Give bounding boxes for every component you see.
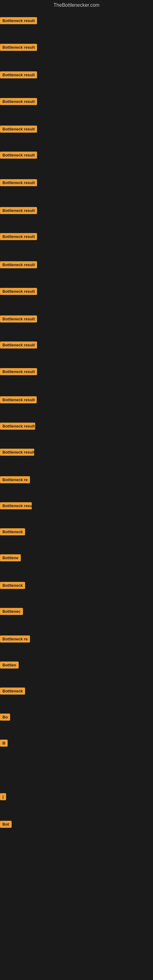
bottleneck-badge[interactable]: Bottleneck result [0, 72, 37, 78]
bottleneck-item: Bottleneck result [0, 126, 37, 134]
bottleneck-badge[interactable]: Bottleneck result [0, 368, 37, 375]
bottleneck-badge[interactable]: Bottleneck result [0, 179, 37, 186]
bottleneck-item: Bottlenec [0, 608, 23, 616]
bottleneck-item: Bottleneck [0, 582, 25, 590]
bottleneck-badge[interactable]: Bottleneck result [0, 342, 37, 348]
bottleneck-item: Bottleneck result [0, 396, 37, 404]
bottleneck-badge[interactable]: Bottleneck result [0, 17, 37, 24]
bottleneck-item: Bottleneck [0, 687, 25, 696]
bottleneck-item: Bottleneck result [0, 44, 37, 52]
bottleneck-item: Bottleneck result [0, 315, 37, 324]
bottleneck-badge[interactable]: Bottleneck [0, 528, 25, 535]
bottleneck-item: Bottleneck result [0, 368, 37, 376]
bottleneck-badge[interactable]: Bottleneck result [0, 288, 37, 295]
bottleneck-item: Bottlene [0, 554, 21, 563]
bottleneck-item: Bottleneck result [0, 233, 37, 241]
bottleneck-badge[interactable]: Bottleneck result [0, 151, 37, 159]
bottleneck-badge[interactable]: Bottleneck re [0, 476, 30, 483]
bottleneck-badge[interactable]: Bottleneck result [0, 98, 37, 105]
bottleneck-item: Bo [0, 714, 10, 722]
bottleneck-item: Bottleneck result [0, 207, 37, 215]
bottleneck-item: Bottleneck re [0, 476, 30, 485]
bottleneck-item: Bottleneck re [0, 635, 30, 644]
bottleneck-item: Bottleneck result [0, 261, 37, 269]
bottleneck-item: Bottleneck [0, 528, 25, 536]
bottleneck-badge[interactable]: Bottleneck result [0, 207, 37, 214]
bottleneck-item: | [0, 793, 6, 802]
bottleneck-item: Bottleneck result [0, 288, 37, 296]
bottleneck-item: Bottleneck result [0, 342, 37, 350]
bottleneck-badge[interactable]: Bottleneck result [0, 126, 37, 133]
bottleneck-item: Bottleneck resul [0, 502, 32, 511]
bottleneck-item: Bot [0, 821, 12, 829]
bottleneck-badge[interactable]: Bot [0, 821, 12, 828]
bottleneck-badge[interactable]: Bottlene [0, 554, 21, 562]
bottleneck-item: B [0, 740, 8, 748]
bottleneck-item: Bottleneck result [0, 98, 37, 106]
bottleneck-item: Bottleneck result [0, 449, 34, 457]
bottleneck-badge[interactable]: Bottleneck resul [0, 502, 32, 509]
bottleneck-item: Bottleneck result [0, 423, 35, 431]
site-title: TheBottlenecker.com [0, 0, 153, 10]
bottleneck-item: Bottleneck result [0, 72, 37, 80]
bottleneck-badge[interactable]: Bo [0, 714, 10, 721]
bottleneck-item: Bottleneck result [0, 151, 37, 160]
bottleneck-badge[interactable]: Bottleneck result [0, 423, 35, 430]
bottleneck-badge[interactable]: Bottleneck result [0, 396, 37, 403]
bottleneck-item: Bottleneck result [0, 17, 37, 25]
bottleneck-item: Bottleneck result [0, 179, 37, 188]
bottleneck-badge[interactable]: Bottleneck result [0, 449, 34, 456]
bottleneck-badge[interactable]: Bottleneck [0, 687, 25, 695]
bottleneck-badge[interactable]: Bottlenec [0, 608, 23, 615]
bottleneck-badge[interactable]: Bottleneck result [0, 261, 37, 268]
bottleneck-badge[interactable]: Bottleneck result [0, 315, 37, 323]
bottleneck-badge[interactable]: | [0, 793, 6, 800]
bottleneck-badge[interactable]: Bottleneck re [0, 635, 30, 643]
bottleneck-badge[interactable]: B [0, 740, 8, 747]
bottleneck-badge[interactable]: Bottleneck [0, 582, 25, 589]
bottleneck-badge[interactable]: Bottleneck result [0, 233, 37, 240]
bottleneck-badge[interactable]: Bottleneck result [0, 44, 37, 51]
bottleneck-item: Bottlen [0, 662, 19, 670]
bottleneck-badge[interactable]: Bottlen [0, 662, 19, 668]
